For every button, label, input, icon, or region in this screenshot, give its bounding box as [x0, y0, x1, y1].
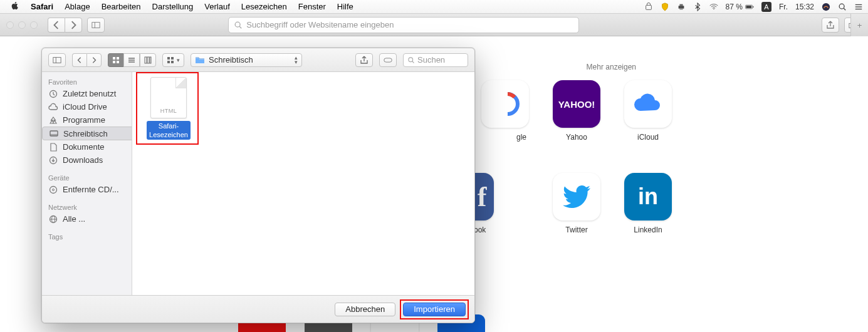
back-button[interactable]	[48, 18, 65, 33]
forward-button-sheet[interactable]	[86, 53, 102, 67]
file-area[interactable]: HTML Safari- Lesezeichen	[132, 72, 474, 295]
sidebar-item-zuletzt[interactable]: Zuletzt benutzt	[42, 87, 132, 100]
sidebar-header-favoriten: Favoriten	[42, 76, 132, 87]
icon-view[interactable]	[108, 53, 123, 67]
view-switcher	[108, 53, 156, 67]
share-button[interactable]	[822, 18, 839, 33]
path-selector[interactable]: Schreibtisch ▴▾	[191, 53, 302, 67]
list-view[interactable]	[123, 53, 140, 67]
security-icon[interactable]	[644, 3, 653, 11]
svg-point-38	[409, 57, 413, 61]
svg-rect-37	[384, 58, 392, 61]
sidebar-header-netzwerk: Netzwerk	[42, 201, 132, 212]
highlight-import	[400, 299, 469, 319]
svg-line-17	[240, 26, 242, 28]
menu-darstellung[interactable]: Darstellung	[147, 2, 199, 11]
folder-icon	[195, 56, 205, 64]
svg-point-45	[53, 189, 55, 190]
favorites-grid: gle YAHOO! Yahoo iCloud f ook Twitter in…	[470, 80, 683, 254]
cloud-icon	[632, 93, 664, 115]
file-dialog: ▾ Schreibtisch ▴▾ Suchen Favoriten Zulet…	[41, 48, 475, 323]
file-sidebar: Favoriten Zuletzt benutzt iCloud Drive P…	[42, 72, 132, 295]
svg-rect-7	[753, 6, 753, 7]
svg-rect-3	[679, 8, 682, 9]
address-bar[interactable]: Suchbegriff oder Websitename eingeben	[228, 17, 579, 33]
shield-icon[interactable]	[661, 3, 669, 11]
group-dropdown[interactable]: ▾	[162, 53, 184, 67]
show-more-link[interactable]: Mehr anzeigen	[587, 63, 636, 71]
sidebar-item-alle[interactable]: Alle ...	[42, 212, 132, 226]
svg-line-10	[844, 8, 845, 10]
forward-button[interactable]	[65, 18, 82, 33]
tags-button[interactable]	[379, 53, 397, 67]
sidebar-header-geraete: Geräte	[42, 172, 132, 183]
notification-center-icon[interactable]	[854, 3, 863, 11]
svg-rect-35	[167, 61, 170, 63]
cancel-button[interactable]: Abbrechen	[335, 303, 395, 316]
fav-google-partial[interactable]: gle	[470, 80, 540, 162]
browser-content: Mehr anzeigen gle YAHOO! Yahoo iCloud f …	[0, 36, 868, 332]
address-placeholder: Suchbegriff oder Websitename eingeben	[246, 20, 394, 29]
menu-hilfe[interactable]: Hilfe	[332, 2, 359, 11]
menu-ablage[interactable]: Ablage	[59, 2, 95, 11]
sidebar-toggle-sheet[interactable]	[48, 53, 66, 67]
new-tab-button[interactable]: +	[850, 14, 868, 36]
clock-day[interactable]: Fr.	[779, 3, 788, 11]
svg-point-9	[839, 4, 844, 9]
fav-linkedin[interactable]: in LinkedIn	[613, 173, 683, 254]
window-controls[interactable]	[6, 21, 38, 29]
nav-back-forward	[48, 18, 82, 33]
sidebar-item-icloud[interactable]: iCloud Drive	[42, 100, 132, 113]
siri-icon[interactable]	[822, 3, 830, 11]
menu-lesezeichen[interactable]: Lesezeichen	[236, 2, 293, 11]
input-source[interactable]: A	[761, 2, 771, 12]
search-field[interactable]: Suchen	[403, 53, 468, 67]
menu-fenster[interactable]: Fenster	[293, 2, 332, 11]
path-label: Schreibtisch	[209, 55, 253, 65]
history-nav	[72, 53, 102, 67]
svg-rect-32	[150, 57, 151, 63]
svg-rect-33	[167, 57, 170, 60]
svg-rect-41	[50, 131, 58, 136]
svg-rect-6	[746, 5, 751, 8]
sidebar-item-programme[interactable]: Programme	[42, 113, 132, 127]
svg-point-44	[50, 186, 57, 193]
svg-rect-2	[679, 4, 682, 6]
sidebar-item-schreibtisch[interactable]: Schreibtisch	[42, 127, 132, 140]
sidebar-item-dokumente[interactable]: Dokumente	[42, 140, 132, 153]
printer-icon[interactable]	[677, 3, 686, 11]
app-name[interactable]: Safari	[25, 2, 59, 11]
clock-time[interactable]: 15:32	[795, 3, 814, 11]
share-sheet-button[interactable]	[355, 53, 373, 67]
sidebar-item-remote-disc[interactable]: Entfernte CD/...	[42, 183, 132, 196]
svg-rect-25	[113, 61, 115, 63]
sidebar-item-downloads[interactable]: Downloads	[42, 153, 132, 167]
svg-point-16	[236, 22, 241, 27]
fav-twitter[interactable]: Twitter	[541, 173, 612, 254]
menu-verlauf[interactable]: Verlauf	[199, 2, 235, 11]
svg-rect-23	[113, 57, 115, 60]
spotlight-icon[interactable]	[838, 3, 847, 11]
highlight-file	[136, 72, 199, 145]
battery-pct: 87 %	[726, 3, 743, 11]
menu-bearbeiten[interactable]: Bearbeiten	[96, 2, 147, 11]
wifi-icon[interactable]	[709, 3, 718, 11]
fav-icloud[interactable]: iCloud	[613, 80, 683, 162]
svg-point-8	[822, 3, 830, 10]
apple-menu[interactable]	[5, 1, 25, 12]
svg-rect-34	[171, 57, 174, 60]
battery-status[interactable]: 87 %	[726, 3, 754, 11]
file-dialog-footer: Abbrechen Importieren	[42, 295, 474, 323]
svg-rect-24	[117, 57, 119, 60]
sidebar-toggle[interactable]	[87, 18, 105, 33]
svg-rect-36	[171, 61, 174, 63]
fav-facebook-partial[interactable]: f ook	[470, 173, 540, 254]
menubar: Safari Ablage Bearbeiten Darstellung Ver…	[0, 0, 868, 14]
column-view[interactable]	[140, 53, 156, 67]
twitter-icon	[563, 185, 590, 208]
fav-yahoo[interactable]: YAHOO! Yahoo	[541, 80, 612, 162]
sidebar-header-tags: Tags	[42, 231, 132, 242]
svg-point-4	[713, 8, 714, 9]
back-button-sheet[interactable]	[72, 53, 86, 67]
bluetooth-icon[interactable]	[693, 3, 702, 11]
